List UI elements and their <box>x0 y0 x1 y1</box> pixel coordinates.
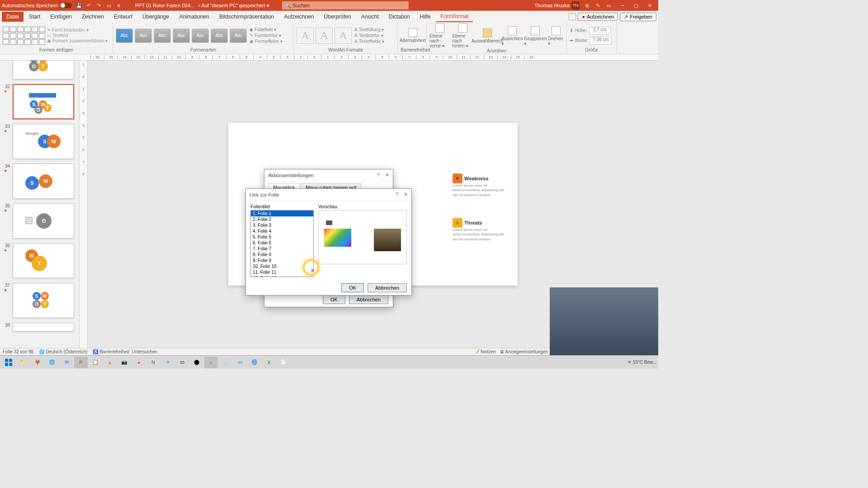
firefox-icon[interactable]: 🦊 <box>31 357 44 368</box>
tab-slideshow[interactable]: Bildschirmpräsentation <box>215 12 278 22</box>
vlc-icon[interactable]: ▲ <box>103 357 117 368</box>
app-icon-5[interactable]: ● <box>204 357 218 368</box>
shape-outline-button[interactable]: ✎ Formkontur ▾ <box>249 33 283 38</box>
tab-review[interactable]: Überprüfen <box>319 12 355 22</box>
action-help-icon[interactable]: ? <box>377 172 380 178</box>
group-button[interactable]: Gruppieren ▾ <box>524 26 546 46</box>
text-outline-button[interactable]: A Textkontur ▾ <box>354 33 385 38</box>
obs-icon[interactable]: ⬤ <box>190 357 203 368</box>
selection-pane-button[interactable]: Auswahlbereich <box>475 28 500 43</box>
align-button[interactable]: Ausrichten ▾ <box>501 26 523 46</box>
shape-style-3[interactable]: Abc <box>154 28 171 43</box>
minimize-button[interactable]: ─ <box>616 1 629 10</box>
action-ok-button[interactable]: OK <box>323 295 345 304</box>
app-icon-1[interactable]: 📋 <box>89 357 102 368</box>
shape-style-6[interactable]: Abc <box>211 28 228 43</box>
slide-list-item-12[interactable]: 12. Folie 12 <box>251 275 313 277</box>
thumbnail-35[interactable]: 35★ O <box>4 203 75 239</box>
shape-effects-button[interactable]: ◉ Formeffekte ▾ <box>249 38 283 44</box>
action-cancel-button[interactable]: Abbrechen <box>349 295 388 304</box>
thumbnail-32[interactable]: 32★ S W O T <box>4 84 75 119</box>
coming-soon-icon[interactable]: ⊕ <box>583 2 590 9</box>
tab-design[interactable]: Entwurf <box>109 12 137 22</box>
slide-list-item-10[interactable]: 10. Folie 10 <box>251 263 313 269</box>
thumbnail-38[interactable]: 38 <box>4 323 75 332</box>
app-icon-8[interactable]: 📄 <box>277 357 290 368</box>
link-dialog-titlebar[interactable]: Link zur Folie ? ✕ <box>246 189 411 201</box>
tab-start[interactable]: Start <box>24 12 45 22</box>
edit-shape-button[interactable]: ✎ Form bearbeiten ▾ <box>47 28 108 33</box>
app-icon-6[interactable]: 💿 <box>219 357 232 368</box>
send-backward-button[interactable]: Ebene nach hinten ▾ <box>453 23 474 48</box>
tab-record[interactable]: Aufzeichnen <box>279 12 318 22</box>
tab-draw[interactable]: Zeichnen <box>77 12 108 22</box>
comments-icon[interactable] <box>569 13 576 20</box>
wordart-style-1[interactable]: A <box>297 28 314 44</box>
user-account[interactable]: Thomas Hruska TH <box>534 1 580 9</box>
tab-animations[interactable]: Animationen <box>175 12 214 22</box>
shape-style-4[interactable]: Abc <box>173 28 190 43</box>
bring-forward-button[interactable]: Ebene nach vorne ▾ <box>429 23 451 48</box>
tab-insert[interactable]: Einfügen <box>46 12 76 22</box>
autosave-toggle[interactable]: Automatisches Speichern <box>2 3 72 8</box>
shapes-gallery[interactable] <box>3 27 45 45</box>
textbox-button[interactable]: ▭ Textfeld <box>47 33 108 38</box>
shape-fill-button[interactable]: ◆ Fülleffekt ▾ <box>249 27 283 33</box>
chrome-icon[interactable]: 🌐 <box>45 357 59 368</box>
file-tab[interactable]: Datei <box>2 12 24 22</box>
onenote-icon[interactable]: N <box>146 357 160 368</box>
shape-style-7[interactable]: Abc <box>230 28 247 43</box>
alt-text-button[interactable]: Alternativtext <box>401 28 425 43</box>
thumbnail-34[interactable]: 34★ S W <box>4 164 75 199</box>
thumbnail-33[interactable]: 33★ S W Strengths <box>4 124 75 159</box>
ribbon-options-icon[interactable]: ▭ <box>605 2 612 9</box>
text-effects-button[interactable]: A Texteffekte ▾ <box>354 38 385 44</box>
maximize-button[interactable]: ▢ <box>629 1 643 10</box>
more-icon[interactable]: ▾ <box>115 2 123 9</box>
action-dialog-titlebar[interactable]: Aktionseinstellungen ? ✕ <box>264 169 393 181</box>
slide-list-item-2[interactable]: 2. Folie 2 <box>251 216 313 222</box>
tab-view[interactable]: Ansicht <box>356 12 383 22</box>
tab-shapeformat[interactable]: Formformat <box>436 11 473 22</box>
slide-list-item-7[interactable]: 7. Folie 7 <box>251 246 313 252</box>
wordart-style-3[interactable]: A <box>335 28 352 44</box>
height-input[interactable]: 2,7 cm <box>589 27 611 35</box>
app-icon-7[interactable]: ▭ <box>233 357 247 368</box>
system-tray[interactable]: ☀ 15°C Bew... <box>627 360 656 365</box>
weather-widget[interactable]: ☀ 15°C Bew... <box>627 360 656 365</box>
tab-help[interactable]: Hilfe <box>415 12 435 22</box>
thumbnail-36[interactable]: 36★ W T <box>4 243 75 278</box>
excel-icon[interactable]: X <box>262 357 276 368</box>
thumbnail-37[interactable]: 37★ S W O T <box>4 283 75 318</box>
link-close-icon[interactable]: ✕ <box>404 192 408 197</box>
app-icon-2[interactable]: 📷 <box>118 357 131 368</box>
search-box[interactable]: 🔍 Suchen <box>282 1 409 9</box>
explorer-icon[interactable]: 📁 <box>16 357 30 368</box>
tools-icon[interactable]: ✎ <box>594 2 601 9</box>
edge-icon[interactable]: 🌀 <box>248 357 261 368</box>
display-settings[interactable]: 🖥 Anzeigeeinstellungen <box>500 349 548 354</box>
slide-thumbnail-panel[interactable]: S W O T 32★ S W O T 33★ S W Strengths <box>0 61 80 348</box>
share-button[interactable]: ↗Freigeben <box>620 13 656 21</box>
record-button[interactable]: ●Aufzeichnen <box>578 13 618 21</box>
start-button[interactable] <box>2 357 15 368</box>
slide-list-item-3[interactable]: 3. Folie 3 <box>251 222 313 228</box>
powerpoint-icon[interactable]: P <box>74 357 88 368</box>
wordart-style-2[interactable]: A <box>316 28 333 44</box>
text-fill-button[interactable]: A Textfüllung ▾ <box>354 27 385 33</box>
shape-style-5[interactable]: Abc <box>192 28 209 43</box>
rotate-button[interactable]: Drehen ▾ <box>548 26 564 46</box>
outlook-icon[interactable]: ✉ <box>60 357 73 368</box>
redo-icon[interactable]: ↷ <box>95 2 103 9</box>
telegram-icon[interactable]: ✈ <box>161 357 175 368</box>
undo-icon[interactable]: ↶ <box>85 2 93 9</box>
slide-title-listbox[interactable]: 1. Folie 1 2. Folie 2 3. Folie 3 4. Foli… <box>250 210 314 277</box>
slide-list-item-5[interactable]: 5. Folie 5 <box>251 234 313 240</box>
slide-list-item-8[interactable]: 8. Folie 8 <box>251 252 313 258</box>
shape-style-2[interactable]: Abc <box>135 28 152 43</box>
tab-transitions[interactable]: Übergänge <box>138 12 174 22</box>
app-icon-4[interactable]: ▭ <box>175 357 189 368</box>
slide-list-item-6[interactable]: 6. Folie 6 <box>251 240 313 246</box>
width-input[interactable]: 7,38 cm <box>590 37 612 45</box>
slideshow-icon[interactable]: ▭ <box>105 2 113 9</box>
